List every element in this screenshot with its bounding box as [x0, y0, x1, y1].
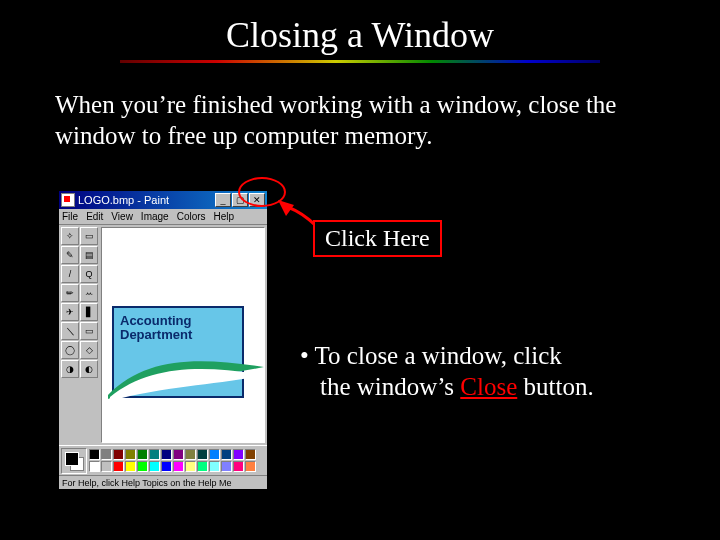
tool-rect-select-icon[interactable]: ▭	[80, 227, 98, 245]
bullet-marker: •	[300, 342, 315, 369]
swatch-0-0[interactable]	[89, 449, 100, 460]
swatch-0-11[interactable]	[221, 449, 232, 460]
svg-marker-0	[278, 200, 294, 216]
intro-text: When you’re finished working with a wind…	[0, 63, 720, 152]
swatch-1-6[interactable]	[161, 461, 172, 472]
bullet-close-word: Close	[460, 373, 517, 400]
current-color-box[interactable]	[61, 448, 87, 474]
toolbox: ✧ ▭ ✎ ▤ / Q ✏ ꕀ ✈ ▋ ＼ ▭ ◯ ◇ ◑ ◐	[59, 225, 101, 445]
illustration-stage: LOGO.bmp - Paint _ ▢ ✕ File Edit View Im…	[0, 180, 720, 540]
tool-curve-icon[interactable]: ▭	[80, 322, 98, 340]
swatch-0-3[interactable]	[125, 449, 136, 460]
window-buttons: _ ▢ ✕	[214, 193, 265, 207]
foreground-color-swatch	[65, 452, 79, 466]
swatch-1-13[interactable]	[245, 461, 256, 472]
tool-text-icon[interactable]: ▋	[80, 303, 98, 321]
paint-titlebar[interactable]: LOGO.bmp - Paint _ ▢ ✕	[59, 191, 267, 209]
swatch-0-7[interactable]	[173, 449, 184, 460]
maximize-button[interactable]: ▢	[232, 193, 248, 207]
color-palette	[59, 445, 267, 475]
tool-freeform-select-icon[interactable]: ✧	[61, 227, 79, 245]
tool-brush-icon[interactable]: ꕀ	[80, 284, 98, 302]
swatch-1-0[interactable]	[89, 461, 100, 472]
tool-fill-icon[interactable]: ▤	[80, 246, 98, 264]
close-button[interactable]: ✕	[249, 193, 265, 207]
status-bar: For Help, click Help Topics on the Help …	[59, 475, 267, 489]
menu-file[interactable]: File	[62, 211, 78, 222]
tool-polygon-icon[interactable]: ◇	[80, 341, 98, 359]
minimize-button[interactable]: _	[215, 193, 231, 207]
swatch-1-7[interactable]	[173, 461, 184, 472]
bullet-text: • To close a window, click the window’s …	[300, 340, 675, 403]
menu-help[interactable]: Help	[214, 211, 235, 222]
swatch-1-2[interactable]	[113, 461, 124, 472]
swatch-0-8[interactable]	[185, 449, 196, 460]
menu-image[interactable]: Image	[141, 211, 169, 222]
menu-view[interactable]: View	[111, 211, 133, 222]
paint-canvas[interactable]: Accounting Department	[101, 227, 265, 443]
slide-title: Closing a Window	[0, 0, 720, 56]
title-underline	[120, 60, 600, 63]
swatch-1-12[interactable]	[233, 461, 244, 472]
menu-edit[interactable]: Edit	[86, 211, 103, 222]
logo-swoosh-icon	[106, 347, 265, 402]
swatch-1-9[interactable]	[197, 461, 208, 472]
logo-text: Accounting Department	[120, 314, 192, 341]
paint-window: LOGO.bmp - Paint _ ▢ ✕ File Edit View Im…	[58, 190, 268, 490]
click-here-callout: Click Here	[313, 220, 442, 257]
swatch-grid	[89, 449, 256, 472]
swatch-0-10[interactable]	[209, 449, 220, 460]
swatch-0-1[interactable]	[101, 449, 112, 460]
paint-title-text: LOGO.bmp - Paint	[78, 194, 214, 206]
tool-pencil-icon[interactable]: ✏	[61, 284, 79, 302]
swatch-1-4[interactable]	[137, 461, 148, 472]
paint-app-icon	[61, 193, 75, 207]
swatch-0-12[interactable]	[233, 449, 244, 460]
swatch-1-8[interactable]	[185, 461, 196, 472]
swatch-0-9[interactable]	[197, 449, 208, 460]
menu-bar: File Edit View Image Colors Help	[59, 209, 267, 225]
swatch-0-6[interactable]	[161, 449, 172, 460]
swatch-1-11[interactable]	[221, 461, 232, 472]
tool-roundrect-icon[interactable]: ◐	[80, 360, 98, 378]
paint-body: ✧ ▭ ✎ ▤ / Q ✏ ꕀ ✈ ▋ ＼ ▭ ◯ ◇ ◑ ◐ Ac	[59, 225, 267, 445]
swatch-0-4[interactable]	[137, 449, 148, 460]
logo-text-line2: Department	[120, 327, 192, 342]
swatch-1-10[interactable]	[209, 461, 220, 472]
tool-rectangle-icon[interactable]: ◯	[61, 341, 79, 359]
swatch-0-2[interactable]	[113, 449, 124, 460]
swatch-1-3[interactable]	[125, 461, 136, 472]
menu-colors[interactable]: Colors	[177, 211, 206, 222]
canvas-logo-image: Accounting Department	[112, 306, 244, 398]
tool-airbrush-icon[interactable]: ✈	[61, 303, 79, 321]
swatch-1-5[interactable]	[149, 461, 160, 472]
swatch-0-13[interactable]	[245, 449, 256, 460]
tool-magnifier-icon[interactable]: Q	[80, 265, 98, 283]
tool-eraser-icon[interactable]: ✎	[61, 246, 79, 264]
swatch-1-1[interactable]	[101, 461, 112, 472]
tool-picker-icon[interactable]: /	[61, 265, 79, 283]
bullet-line2-trail: button.	[517, 373, 593, 400]
swatch-0-5[interactable]	[149, 449, 160, 460]
bullet-line1: To close a window, click	[315, 342, 562, 369]
tool-line-icon[interactable]: ＼	[61, 322, 79, 340]
tool-ellipse-icon[interactable]: ◑	[61, 360, 79, 378]
bullet-line2-lead: the window’s	[320, 373, 460, 400]
